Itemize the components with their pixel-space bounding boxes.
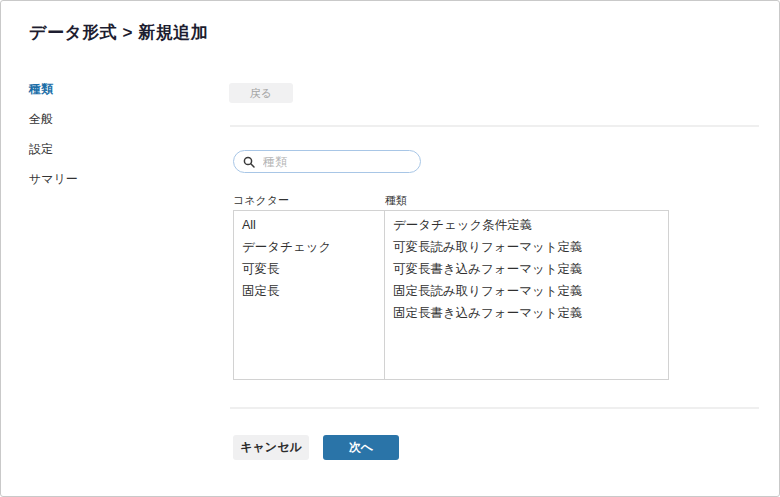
- type-option-variable-write-format[interactable]: 可変長書き込みフォーマット定義: [385, 258, 668, 280]
- page-title: データ形式 > 新規追加: [29, 21, 208, 44]
- type-listbox: データチェック条件定義 可変長読み取りフォーマット定義 可変長書き込みフォーマッ…: [384, 210, 669, 380]
- connector-option-datacheck[interactable]: データチェック: [234, 236, 384, 258]
- search-input-container[interactable]: [233, 150, 421, 173]
- wizard-steps-sidebar: 種類 全般 設定 サマリー: [29, 82, 199, 202]
- next-button[interactable]: 次へ: [323, 435, 399, 460]
- sidebar-item-settings[interactable]: 設定: [29, 142, 199, 172]
- search-input[interactable]: [261, 154, 412, 170]
- type-option-datacheck-condition[interactable]: データチェック条件定義: [385, 214, 668, 236]
- back-button[interactable]: 戻る: [229, 83, 293, 103]
- search-icon: [243, 156, 255, 168]
- connector-option-all[interactable]: All: [234, 214, 384, 236]
- type-column-header: 種類: [385, 193, 407, 208]
- cancel-button[interactable]: キャンセル: [233, 435, 309, 460]
- sidebar-item-general[interactable]: 全般: [29, 112, 199, 142]
- type-option-fixed-read-format[interactable]: 固定長読み取りフォーマット定義: [385, 280, 668, 302]
- connector-option-variable-length[interactable]: 可変長: [234, 258, 384, 280]
- type-option-fixed-write-format[interactable]: 固定長書き込みフォーマット定義: [385, 302, 668, 324]
- top-divider: [230, 125, 759, 127]
- sidebar-item-type[interactable]: 種類: [29, 82, 199, 112]
- connector-column-header: コネクター: [233, 193, 289, 208]
- type-option-variable-read-format[interactable]: 可変長読み取りフォーマット定義: [385, 236, 668, 258]
- bottom-divider: [230, 407, 759, 409]
- connector-listbox: All データチェック 可変長 固定長: [233, 210, 385, 380]
- sidebar-item-summary[interactable]: サマリー: [29, 172, 199, 202]
- new-data-format-dialog: データ形式 > 新規追加 種類 全般 設定 サマリー 戻る コネクター 種類 A…: [0, 0, 780, 497]
- connector-option-fixed-length[interactable]: 固定長: [234, 280, 384, 302]
